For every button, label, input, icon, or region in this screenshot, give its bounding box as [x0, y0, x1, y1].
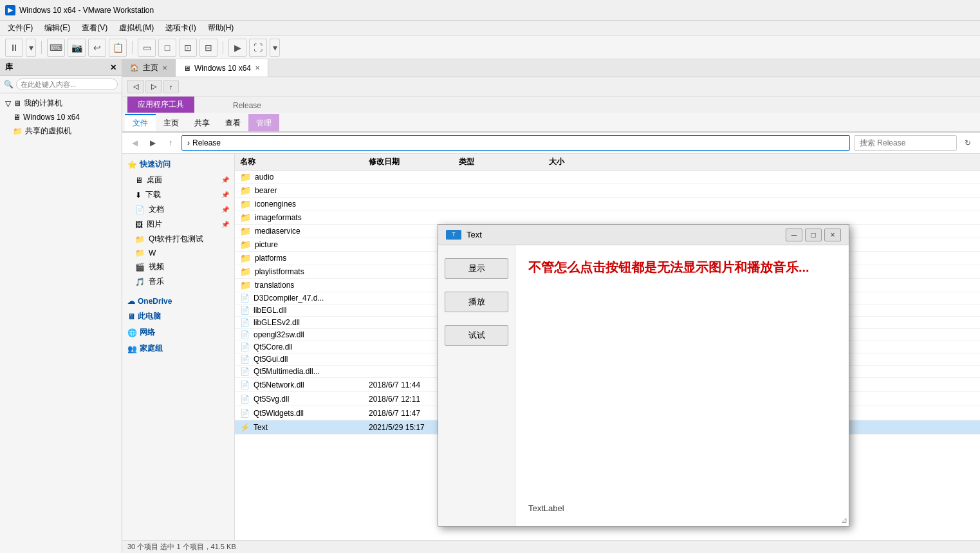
try-button[interactable]: 试试: [445, 325, 508, 346]
tab-win10[interactable]: 🖥 Windows 10 x64 ✕: [176, 59, 268, 77]
tab-home[interactable]: 🏠 主页 ✕: [122, 59, 176, 77]
show-button[interactable]: 显示: [445, 258, 508, 279]
nav-qt-test[interactable]: 📁 Qt软件打包测试: [122, 232, 234, 247]
toolbar-dropdown-btn[interactable]: ▾: [26, 39, 36, 57]
toolbar-view4-btn[interactable]: ⊟: [199, 39, 217, 57]
ribbon-tab-manage[interactable]: 管理: [248, 114, 279, 131]
dialog-maximize-btn[interactable]: □: [805, 229, 822, 241]
nav-music[interactable]: 🎵 音乐: [122, 274, 234, 289]
quick-access-label: 快速访问: [140, 159, 171, 170]
onedrive-section[interactable]: ☁ OneDrive: [122, 294, 234, 308]
col-size-header[interactable]: 大小: [518, 155, 569, 169]
menu-edit[interactable]: 编辑(E): [39, 21, 75, 35]
play-button[interactable]: 播放: [445, 292, 508, 312]
this-pc-label: 此电脑: [138, 311, 161, 322]
computer-icon: 🖥: [14, 99, 21, 108]
toolbar-view3-btn[interactable]: ⊡: [179, 39, 197, 57]
toolbar-view2-btn[interactable]: □: [158, 39, 176, 57]
folder-icon-platforms: 📁: [240, 253, 251, 263]
tree-item-win10[interactable]: 🖥 Windows 10 x64: [0, 111, 122, 124]
toolbar-fullscreen-btn[interactable]: ⛶: [249, 39, 267, 57]
ribbon-tab-file[interactable]: 文件: [125, 114, 156, 131]
tree-item-my-computer[interactable]: ▽ 🖥 我的计算机: [0, 96, 122, 111]
tree-label-my-computer: 我的计算机: [24, 98, 62, 109]
col-name-header[interactable]: 名称: [235, 155, 364, 169]
nav-w[interactable]: 📁 W: [122, 247, 234, 259]
app-tools-tab[interactable]: 应用程序工具: [127, 97, 194, 113]
menu-vm[interactable]: 虚拟机(M): [114, 21, 159, 35]
dialog-minimize-btn[interactable]: ─: [786, 229, 802, 241]
breadcrumb-release: Release: [192, 138, 221, 147]
onedrive-icon: ☁: [127, 297, 135, 306]
toolbar-pause-btn[interactable]: ⏸: [5, 39, 23, 57]
tab-home-close[interactable]: ✕: [162, 64, 167, 71]
folder-name-platforms: platforms: [255, 254, 286, 263]
toolbar-view1-btn[interactable]: ▭: [138, 39, 156, 57]
ribbon-tab-home[interactable]: 主页: [156, 114, 187, 131]
ribbon-forward-btn[interactable]: ▷: [145, 80, 162, 93]
folder-row-audio[interactable]: 📁audio: [235, 171, 980, 184]
network-section[interactable]: 🌐 网络: [122, 324, 234, 341]
network-label: 网络: [140, 327, 155, 338]
ribbon-up-btn[interactable]: ↑: [163, 80, 179, 93]
ribbon-tab-share[interactable]: 共享: [187, 114, 217, 131]
music-nav-label: 音乐: [149, 276, 164, 287]
refresh-btn[interactable]: ↻: [961, 136, 975, 150]
expand-icon: ▽: [5, 99, 11, 108]
toolbar-snapshot-btn[interactable]: 📷: [68, 39, 86, 57]
w-nav-label: W: [149, 248, 156, 258]
nav-pane: ⭐ 快速访问 🖥 桌面 📌 ⬇ 下载 📌: [122, 154, 235, 540]
dialog-titlebar: T Text ─ □ ×: [438, 225, 849, 245]
nav-downloads[interactable]: ⬇ 下载 📌: [122, 187, 234, 202]
homegroup-label: 家庭组: [140, 343, 163, 354]
music-nav-icon: 🎵: [135, 277, 145, 286]
tab-win10-close[interactable]: ✕: [255, 64, 260, 71]
toolbar-suspend-btn[interactable]: 📋: [109, 39, 127, 57]
nav-video[interactable]: 🎬 视频: [122, 259, 234, 274]
menu-view[interactable]: 查看(V): [77, 21, 113, 35]
text-dialog: T Text ─ □ × 显示 播放 试试: [438, 224, 849, 527]
forward-btn[interactable]: ▶: [145, 136, 160, 150]
quick-access-header[interactable]: ⭐ 快速访问: [122, 156, 234, 173]
nav-desktop[interactable]: 🖥 桌面 📌: [122, 173, 234, 187]
file-name-libglesv2: libGLESv2.dll: [254, 318, 300, 327]
menu-help[interactable]: 帮助(H): [203, 21, 239, 35]
address-path[interactable]: › Release: [181, 135, 850, 151]
col-type-header[interactable]: 类型: [454, 155, 518, 169]
toolbar-dropdown2-btn[interactable]: ▾: [270, 39, 280, 57]
up-btn[interactable]: ↑: [163, 136, 178, 150]
col-date-header[interactable]: 修改日期: [364, 155, 454, 169]
nav-documents[interactable]: 📄 文档 📌: [122, 202, 234, 217]
this-pc-section[interactable]: 🖥 此电脑: [122, 308, 234, 324]
folder-icon-iconengines: 📁: [240, 199, 251, 209]
toolbar-revert-btn[interactable]: ↩: [88, 39, 106, 57]
library-close-icon[interactable]: ✕: [110, 63, 116, 72]
search-input[interactable]: [16, 79, 118, 90]
ribbon-tab-view[interactable]: 查看: [217, 114, 248, 131]
search-explorer-input[interactable]: [854, 135, 957, 151]
dialog-close-btn[interactable]: ×: [824, 229, 841, 241]
back-btn[interactable]: ◀: [127, 136, 142, 150]
tab-home-label: 主页: [143, 62, 158, 73]
library-tree: ▽ 🖥 我的计算机 🖥 Windows 10 x64 📁 共享的虚拟机: [0, 93, 122, 553]
tree-item-shared-vm[interactable]: 📁 共享的虚拟机: [0, 124, 122, 138]
toolbar-sep3: [223, 41, 223, 54]
toolbar-send-ctrl-alt-del-btn[interactable]: ⌨: [47, 39, 65, 57]
ribbon-back-btn[interactable]: ◁: [127, 80, 144, 93]
menu-tabs[interactable]: 选项卡(I): [160, 21, 201, 35]
documents-nav-label: 文档: [149, 204, 164, 215]
folder-row-iconengines[interactable]: 📁iconengines: [235, 198, 980, 211]
tab-win10-label: Windows 10 x64: [194, 64, 251, 73]
resize-handle[interactable]: ⊿: [841, 516, 847, 525]
folder-icon-picture: 📁: [240, 239, 251, 250]
w-nav-icon: 📁: [135, 248, 145, 258]
nav-pictures[interactable]: 🖼 图片 📌: [122, 217, 234, 232]
menu-file[interactable]: 文件(F): [3, 21, 38, 35]
dialog-title: Text: [467, 230, 781, 239]
homegroup-section[interactable]: 👥 家庭组: [122, 341, 234, 357]
qt-test-nav-label: Qt软件打包测试: [149, 234, 203, 245]
folder-row-bearer[interactable]: 📁bearer: [235, 184, 980, 198]
toolbar-console-btn[interactable]: ▶: [228, 39, 246, 57]
downloads-nav-label: 下载: [145, 189, 161, 200]
folder-row-imageformats[interactable]: 📁imageformats: [235, 211, 980, 225]
